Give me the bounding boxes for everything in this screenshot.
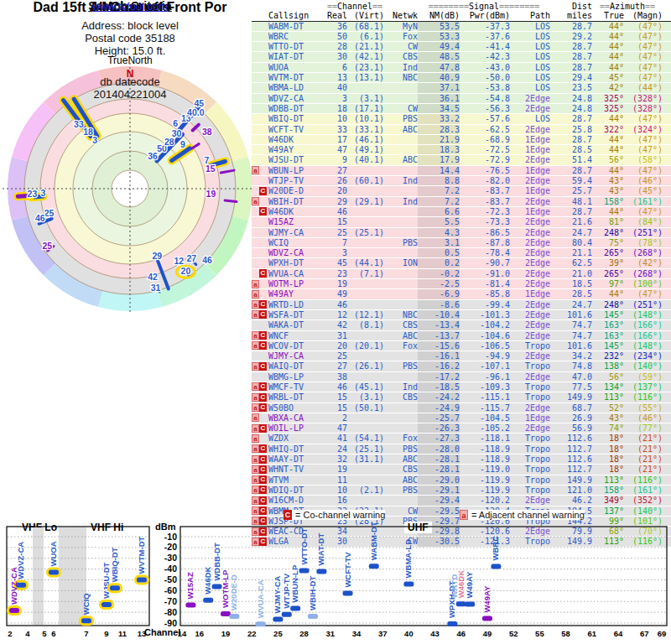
nm-cell: -29.1	[418, 486, 460, 495]
true-azimuth-cell: 39°	[592, 258, 624, 267]
warning-markers	[252, 52, 268, 61]
virtual-channel-cell	[347, 279, 384, 288]
uhf-channel-tick: 34	[352, 629, 362, 638]
nm-cell: 6.6	[418, 207, 460, 216]
network-cell: Fox	[384, 341, 418, 351]
adjacent-warning-icon: a	[252, 197, 259, 205]
real-channel-cell: 27	[325, 166, 347, 175]
dbm-tick-label: -30	[164, 553, 177, 563]
distance-cell: 24.7	[550, 228, 592, 237]
power-cell: -118.9	[460, 454, 510, 464]
callsign-cell: WPXH-DT	[268, 258, 325, 267]
nm-cell: 0.2	[418, 258, 460, 267]
power-cell: -115.7	[460, 403, 510, 413]
table-header: CallsignReal(Virt)NetwkNM(dB)Pwr(dBm)Pat…	[252, 11, 671, 21]
real-channel-cell: 19	[325, 279, 347, 288]
distance-cell: 46.2	[550, 496, 592, 505]
station-label: WBIQ-DT	[110, 547, 119, 582]
real-channel-cell: 6	[325, 63, 347, 72]
path-cell: LOS	[510, 32, 550, 41]
real-channel-cell: 47	[325, 145, 347, 154]
table-header-groups: ==Channel==========Signal========Dist==A…	[252, 2, 671, 11]
true-azimuth-cell: 322°	[592, 125, 624, 134]
adjacent-warning-icon: a	[252, 166, 259, 174]
warning-markers: aC	[252, 361, 268, 371]
power-cell: -37.3	[460, 22, 510, 31]
distance-cell: 121.0	[550, 486, 592, 495]
callsign-cell: WBMA-LD	[268, 83, 325, 92]
vhf-channel-tick: 7	[84, 629, 88, 638]
adjacent-warning-icon: a	[252, 341, 259, 350]
callsign-cell: WTTO-DT	[268, 42, 325, 51]
db-datecode-label: db datecode	[0, 75, 260, 88]
power-cell: -104.5	[460, 413, 510, 423]
real-channel-cell: 11	[325, 475, 347, 485]
true-azimuth-cell: 145°	[592, 310, 624, 319]
true-azimuth-cell: 75°	[592, 238, 624, 247]
callsign-cell: WNCF	[268, 331, 325, 340]
dbm-tick-label: -10	[164, 532, 177, 542]
nm-cell: 5.5	[418, 217, 460, 226]
magnetic-azimuth-cell: (166°)	[624, 331, 663, 340]
uhf-channel-tick: 64	[614, 629, 623, 638]
table-row: aCWNCF31ABC-13.7-104.62Edge74.7163°(166°…	[252, 331, 671, 341]
true-azimuth-cell: 158°	[592, 486, 624, 495]
table-row: WJSU-DT9(40.1)ABC17.9-72.92Edge51.456°(5…	[252, 155, 671, 165]
station-label: W46DK	[203, 566, 212, 594]
co-channel-warning-icon: C	[259, 300, 267, 309]
chart-panel	[180, 527, 667, 626]
distance-cell: 29.4	[550, 73, 592, 82]
real-channel-cell: 31	[325, 331, 347, 340]
distance-cell: 26.9	[550, 413, 592, 423]
virtual-channel-cell: (17.1)	[347, 104, 384, 113]
real-channel-cell: 46	[325, 300, 347, 309]
real-channel-cell: 3	[325, 94, 347, 103]
power-cell: -104.2	[460, 320, 510, 330]
magnetic-azimuth-cell: (21°)	[624, 454, 663, 464]
path-cell: Tropo	[510, 444, 550, 454]
virtual-channel-cell	[347, 372, 384, 382]
true-azimuth-cell: 44°	[592, 42, 624, 51]
power-cell: -101.3	[460, 310, 510, 319]
warning-markers	[252, 22, 268, 31]
power-cell: -90.7	[460, 258, 510, 267]
station-label: WVUA-CA	[256, 579, 265, 618]
adjacent-warning-icon: a	[252, 496, 259, 505]
real-channel-cell: 47	[325, 423, 347, 433]
co-channel-warning-icon: C	[259, 455, 267, 464]
magnetic-azimuth-cell: (21°)	[624, 434, 663, 443]
co-channel-warning-icon: C	[259, 341, 267, 350]
power-cell: -83.7	[460, 186, 510, 195]
callsign-cell: WDVZ-CA	[268, 94, 325, 103]
network-cell: NBC	[384, 310, 418, 319]
station-bar	[137, 578, 147, 583]
power-cell: -53.8	[460, 83, 510, 92]
warning-markers	[252, 83, 268, 92]
warning-markers	[252, 73, 268, 82]
adjacent-warning-icon: a	[252, 424, 259, 433]
true-azimuth-cell: 18°	[592, 434, 624, 443]
network-cell: CBS	[384, 392, 418, 402]
real-channel-cell: 15	[325, 403, 347, 413]
virtual-channel-cell: (31.1)	[347, 454, 384, 464]
callsign-cell: WAIQ-DT	[268, 361, 325, 371]
true-azimuth-cell: 43°	[592, 186, 624, 195]
nm-cell: 28.3	[418, 125, 460, 134]
path-cell: 1Edge	[510, 413, 550, 423]
network-cell: ABC	[384, 331, 418, 340]
polar-channel-label: 18	[83, 127, 93, 137]
true-azimuth-cell: 163°	[592, 331, 624, 340]
warning-markers	[252, 228, 268, 237]
callsign-cell: WBUN-LP	[268, 166, 325, 175]
callsign-cell: WCIQ	[268, 238, 325, 247]
callsign-cell: W20DE-D	[268, 186, 325, 195]
nm-cell: -28.0	[418, 444, 460, 454]
tvfool-link[interactable]: www.tvfool.com	[92, 0, 168, 13]
distance-cell: 21.0	[550, 269, 592, 278]
table-row: aCWSFA-DT12(12.1)NBC-10.4-101.32Edge101.…	[252, 310, 671, 320]
true-azimuth-cell: 18°	[592, 444, 624, 454]
callsign-cell: WAAY-DT	[268, 454, 325, 464]
true-azimuth-cell: 325°	[592, 94, 624, 103]
callsign-cell: WHNT-TV	[268, 465, 325, 474]
distance-cell: 47.0	[550, 372, 592, 382]
